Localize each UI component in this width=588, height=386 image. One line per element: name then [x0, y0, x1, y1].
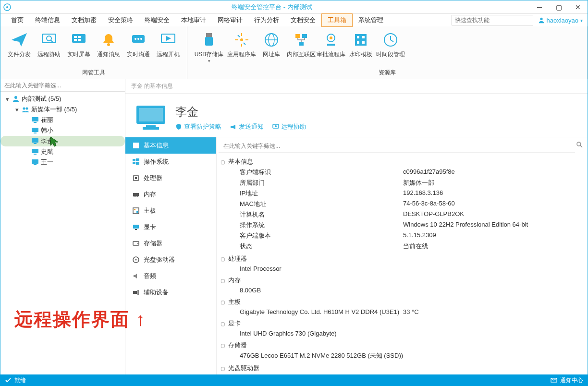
ribbon-notify[interactable]: 通知消息 — [94, 29, 123, 68]
menu-system-admin[interactable]: 系统管理 — [353, 14, 389, 26]
ribbon-approval-flow[interactable]: 审批流程库 — [316, 29, 346, 68]
board-icon — [132, 207, 140, 215]
svg-rect-48 — [34, 164, 37, 165]
ribbon-url-store[interactable]: 网址库 — [257, 29, 286, 68]
remote-icon — [272, 123, 279, 130]
menu-local-audit[interactable]: 本地审计 — [175, 14, 212, 26]
tree-member-selected[interactable]: 李金 — [0, 136, 125, 146]
detail-split: 基本信息 操作系统 处理器 内存 主板 显卡 存储器 光盘驱动器 音频 辅助设备 — [125, 137, 588, 375]
section-mb[interactable]: ▢主板 — [220, 297, 584, 307]
ribbon-app-store[interactable]: 应用程序库 — [227, 29, 257, 68]
cat-memory[interactable]: 内存 — [125, 186, 216, 203]
tree-root[interactable]: ▾内部测试 (5/5) — [0, 94, 125, 104]
svg-point-4 — [47, 36, 51, 41]
section-storage[interactable]: ▢存储器 — [220, 340, 584, 350]
menu-home[interactable]: 首页 — [5, 14, 29, 26]
maximize-button[interactable]: ▢ — [549, 0, 568, 14]
memory-icon — [132, 191, 140, 198]
ribbon-usb-store[interactable]: USB存储库▾ — [191, 29, 227, 68]
status-text: 就绪 — [14, 376, 26, 385]
svg-rect-18 — [206, 33, 212, 37]
svg-rect-51 — [146, 125, 156, 127]
property-value: 74-56-3c-8a-58-60 — [403, 200, 455, 208]
window-title: 终端安全管控平台 - 内部测试 — [14, 3, 530, 12]
section-mem[interactable]: ▢内存 — [220, 275, 584, 286]
svg-rect-75 — [133, 291, 137, 294]
action-view-policy[interactable]: 查看防护策略 — [175, 122, 221, 131]
ribbon-remote-power[interactable]: 远程开机 — [153, 29, 183, 68]
menu-security-policy[interactable]: 安全策略 — [102, 14, 139, 26]
menu-terminal-info[interactable]: 终端信息 — [29, 14, 66, 26]
close-button[interactable]: ✕ — [568, 0, 588, 14]
cat-storage[interactable]: 存储器 — [125, 235, 216, 252]
cat-gpu[interactable]: 显卡 — [125, 219, 216, 235]
menubar: 首页 终端信息 文档加密 安全策略 终端安全 本地审计 网络审计 行为分析 文档… — [0, 14, 588, 26]
section-basic[interactable]: ▢基本信息 — [220, 157, 584, 167]
section-cpu[interactable]: ▢处理器 — [220, 253, 584, 264]
ribbon-watermark[interactable]: 水印模板 — [346, 29, 376, 68]
svg-rect-52 — [143, 127, 159, 130]
property-label: MAC地址 — [240, 200, 403, 208]
property-label: 客户端标识 — [240, 168, 403, 177]
menu-behavior[interactable]: 行为分析 — [248, 14, 285, 26]
property-label: 所属部门 — [240, 179, 403, 187]
action-remote-assist[interactable]: 远程协助 — [272, 122, 306, 131]
terminal-name: 李金 — [175, 104, 306, 120]
cat-os[interactable]: 操作系统 — [125, 154, 216, 170]
notification-center[interactable]: 通知中心 — [551, 376, 583, 385]
info-icon — [132, 142, 140, 149]
menu-doc-security[interactable]: 文档安全 — [285, 14, 321, 26]
power-monitor-icon — [159, 31, 177, 48]
quick-search-input[interactable] — [452, 15, 533, 25]
svg-rect-46 — [34, 154, 37, 155]
pc-icon — [31, 159, 39, 166]
ribbon-remote-assist[interactable]: 远程协助 — [34, 29, 64, 68]
user-badge[interactable]: haoxiaoyao ▾ — [538, 17, 583, 24]
ribbon-chat[interactable]: 实时沟通 — [123, 29, 153, 68]
cat-motherboard[interactable]: 主板 — [125, 203, 216, 219]
menu-toolbox[interactable]: 工具箱 — [321, 13, 353, 27]
ribbon-live-screen[interactable]: 实时屏幕 — [64, 29, 94, 68]
windows-icon — [132, 158, 140, 166]
svg-point-2 — [540, 18, 542, 20]
minimize-button[interactable]: ─ — [530, 0, 549, 14]
svg-rect-56 — [133, 159, 135, 161]
action-send-notify[interactable]: 发送通知 — [230, 122, 264, 131]
tree-member[interactable]: 崔丽 — [0, 115, 125, 125]
tree-member[interactable]: 史航 — [0, 146, 125, 157]
section-optical[interactable]: ▢光盘驱动器 — [220, 363, 584, 374]
svg-point-15 — [140, 38, 142, 40]
svg-rect-7 — [74, 36, 77, 38]
sidebar-filter-input[interactable] — [0, 79, 125, 92]
tree-member[interactable]: 王一 — [0, 157, 125, 168]
monitor-icon — [134, 103, 168, 132]
menu-terminal-security[interactable]: 终端安全 — [139, 14, 175, 26]
menu-network-audit[interactable]: 网络审计 — [212, 14, 248, 26]
mem-value: 8.00GB — [220, 286, 584, 295]
ribbon-internal-zone[interactable]: 内部互联区 — [286, 29, 316, 68]
menu-doc-encrypt[interactable]: 文档加密 — [66, 14, 102, 26]
property-label: IP地址 — [240, 189, 403, 198]
tree-member[interactable]: 韩小 — [0, 125, 125, 136]
ribbon-time-mgmt[interactable]: 时间段管理 — [376, 29, 405, 68]
cat-optical[interactable]: 光盘驱动器 — [125, 252, 216, 268]
clock-icon — [382, 31, 399, 48]
cat-audio[interactable]: 音频 — [125, 268, 216, 284]
svg-rect-44 — [34, 143, 37, 144]
cat-basic[interactable]: 基本信息 — [125, 137, 216, 154]
ribbon-file-dist[interactable]: 文件分发 — [4, 29, 34, 68]
property-label: 状态 — [240, 242, 403, 251]
grid-template-icon — [352, 31, 369, 48]
svg-rect-42 — [34, 133, 37, 133]
property-value: 当前在线 — [403, 242, 428, 251]
section-gpu[interactable]: ▢显卡 — [220, 318, 584, 329]
svg-rect-25 — [302, 34, 307, 38]
search-icon[interactable] — [576, 141, 583, 148]
svg-rect-64 — [135, 196, 136, 197]
cat-aux[interactable]: 辅助设备 — [125, 284, 216, 301]
detail-filter-input[interactable] — [219, 139, 575, 153]
tree-group[interactable]: ▾新媒体一部 (5/5) — [0, 104, 125, 115]
cat-cpu[interactable]: 处理器 — [125, 170, 216, 186]
svg-rect-32 — [362, 36, 365, 38]
svg-line-5 — [51, 40, 53, 42]
